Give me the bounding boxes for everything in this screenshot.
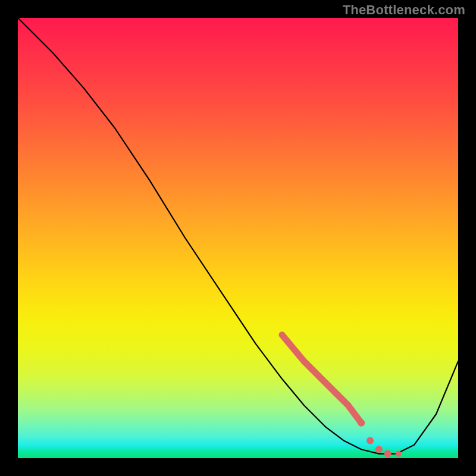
highlight-thick-segment <box>282 335 361 423</box>
highlight-dot <box>375 446 383 453</box>
bottleneck-curve <box>18 18 458 454</box>
highlight-dot <box>358 419 365 427</box>
chart-container: TheBottleneck.com <box>0 0 476 476</box>
highlight-dot <box>396 451 402 457</box>
curve-path <box>18 18 458 454</box>
highlight-dot <box>384 450 392 458</box>
plot-area <box>18 18 458 458</box>
highlight-dot <box>367 437 374 444</box>
watermark-text: TheBottleneck.com <box>343 2 465 18</box>
chart-svg <box>18 18 458 458</box>
